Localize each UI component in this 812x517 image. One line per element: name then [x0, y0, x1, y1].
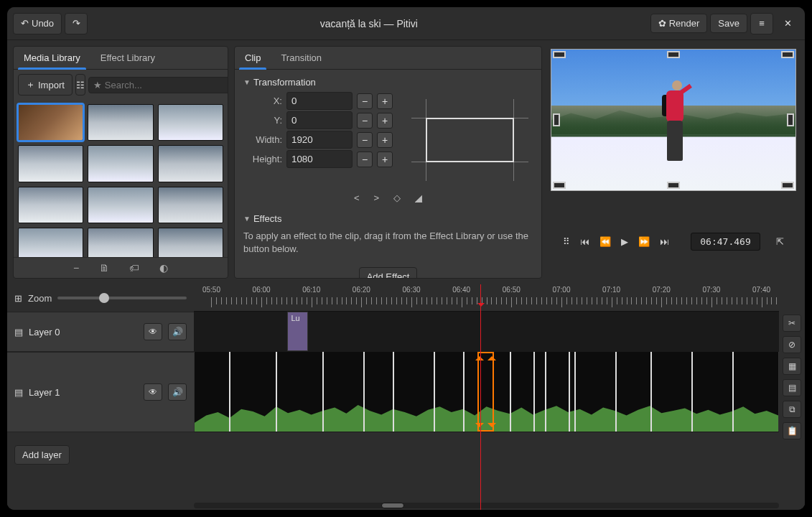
- x-input[interactable]: [286, 92, 353, 110]
- timeline-track-0[interactable]: Lu: [194, 312, 779, 352]
- resize-handle[interactable]: [781, 182, 794, 189]
- tab-transition[interactable]: Transition: [271, 47, 332, 69]
- effects-header[interactable]: ▼Effects: [243, 213, 533, 224]
- y-input[interactable]: [286, 111, 353, 129]
- tab-media-library[interactable]: Media Library: [14, 47, 90, 69]
- reset-keyframes-button[interactable]: ◢: [415, 192, 422, 203]
- timeline-horizontal-scrollbar[interactable]: [194, 503, 779, 508]
- timeline-ruler[interactable]: 05:5006:0006:1006:2006:3006:4006:5007:00…: [194, 284, 779, 312]
- tag-icon[interactable]: 🏷: [129, 262, 139, 274]
- plus-icon: ＋: [26, 78, 35, 91]
- ruler-time-label: 06:20: [353, 286, 370, 294]
- hamburger-menu-button[interactable]: ≡: [750, 13, 773, 34]
- timeline-track-1[interactable]: [194, 352, 779, 432]
- scrollbar-thumb[interactable]: [381, 503, 404, 508]
- group-tool[interactable]: ▦: [783, 358, 801, 375]
- redo-button[interactable]: ↷: [65, 13, 88, 34]
- media-thumbnail[interactable]: [18, 187, 83, 223]
- play-button[interactable]: ▶: [621, 236, 628, 247]
- timeline-tracks[interactable]: 05:5006:0006:1006:2006:3006:4006:5007:00…: [194, 284, 779, 510]
- resize-handle[interactable]: [553, 113, 560, 126]
- effects-hint-text: To apply an effect to the clip, drag it …: [243, 230, 533, 256]
- timeline-clip[interactable]: Lu: [287, 312, 308, 351]
- layer-audio-toggle[interactable]: 🔊: [168, 383, 187, 401]
- zoom-slider-knob[interactable]: [99, 293, 109, 303]
- grid-view-icon[interactable]: ⠿: [563, 236, 570, 247]
- layer-name: Layer 0: [29, 327, 138, 337]
- copy-tool[interactable]: ⧉: [783, 401, 801, 418]
- clip-properties-icon[interactable]: 🗎: [99, 262, 109, 274]
- width-input[interactable]: [286, 131, 353, 149]
- prev-keyframe-button[interactable]: <: [354, 192, 360, 203]
- ruler-time-label: 06:00: [253, 286, 271, 294]
- skip-start-button[interactable]: ⏮: [580, 236, 589, 247]
- transformation-header[interactable]: ▼Transformation: [243, 77, 533, 88]
- layer-header[interactable]: ▤ Layer 0 👁 🔊: [7, 312, 194, 352]
- x-label: X:: [243, 96, 282, 106]
- resize-handle[interactable]: [781, 51, 794, 58]
- remove-clip-icon[interactable]: −: [73, 262, 79, 274]
- media-thumbnail[interactable]: [88, 228, 153, 257]
- width-decrement-button[interactable]: −: [357, 132, 373, 148]
- y-decrement-button[interactable]: −: [357, 113, 373, 129]
- next-keyframe-button[interactable]: >: [374, 192, 380, 203]
- close-button[interactable]: ✕: [776, 13, 799, 34]
- rewind-button[interactable]: ⏪: [599, 236, 611, 247]
- resize-handle[interactable]: [787, 113, 794, 126]
- layer-audio-toggle[interactable]: 🔊: [168, 323, 187, 340]
- x-increment-button[interactable]: +: [377, 93, 393, 109]
- media-thumbnail[interactable]: [18, 104, 83, 141]
- render-button[interactable]: ✿Render: [650, 14, 708, 33]
- y-increment-button[interactable]: +: [377, 113, 393, 129]
- height-decrement-button[interactable]: −: [357, 152, 373, 167]
- width-increment-button[interactable]: +: [377, 132, 393, 148]
- fast-forward-button[interactable]: ⏩: [638, 236, 650, 247]
- cut-tool[interactable]: ✂: [783, 315, 801, 332]
- media-thumbnail[interactable]: [18, 228, 83, 257]
- layer-visibility-toggle[interactable]: 👁: [144, 323, 162, 340]
- toggle-keyframe-button[interactable]: ◇: [393, 192, 401, 203]
- height-increment-button[interactable]: +: [377, 152, 393, 167]
- height-input[interactable]: [286, 150, 353, 168]
- delete-tool[interactable]: ⊘: [783, 336, 801, 353]
- resize-handle[interactable]: [667, 182, 680, 189]
- ungroup-tool[interactable]: ▤: [783, 379, 801, 396]
- insert-end-icon[interactable]: ◐: [159, 262, 168, 274]
- media-thumbnail[interactable]: [158, 187, 223, 223]
- tab-clip[interactable]: Clip: [235, 47, 271, 69]
- import-button[interactable]: ＋Import: [18, 74, 73, 96]
- media-thumbnail[interactable]: [158, 228, 223, 257]
- zoom-label: Zoom: [28, 293, 52, 304]
- detach-viewer-button[interactable]: ⇱: [776, 236, 784, 247]
- media-thumbnail[interactable]: [88, 145, 153, 182]
- paste-tool[interactable]: 📋: [783, 422, 801, 439]
- resize-handle[interactable]: [553, 51, 566, 58]
- resize-handle[interactable]: [667, 51, 680, 58]
- zoom-slider[interactable]: [57, 297, 187, 299]
- view-mode-button[interactable]: ☷: [75, 74, 85, 96]
- x-decrement-button[interactable]: −: [357, 93, 373, 109]
- media-thumbnail[interactable]: [18, 145, 83, 182]
- media-thumbnail[interactable]: [158, 104, 223, 141]
- app-window: ↶Undo ↷ vacanță la ski — Pitivi ✿Render …: [7, 7, 805, 510]
- transform-preview-box[interactable]: [407, 93, 533, 187]
- undo-button[interactable]: ↶Undo: [13, 13, 62, 34]
- media-thumbnail[interactable]: [158, 145, 223, 182]
- skip-end-button[interactable]: ⏭: [660, 236, 669, 247]
- timecode-display[interactable]: 06:47.469: [691, 233, 760, 251]
- save-button[interactable]: Save: [710, 14, 747, 33]
- search-input[interactable]: [105, 80, 225, 90]
- tab-effect-library[interactable]: Effect Library: [90, 47, 165, 69]
- add-effect-button[interactable]: Add Effect: [359, 267, 418, 279]
- layer-menu-icon[interactable]: ▤: [14, 327, 23, 337]
- layer-header[interactable]: ▤ Layer 1 👁 🔊: [7, 352, 194, 432]
- add-layer-button[interactable]: Add layer: [14, 445, 70, 465]
- playhead[interactable]: [480, 284, 481, 510]
- resize-handle[interactable]: [553, 182, 566, 189]
- media-thumbnail[interactable]: [88, 104, 153, 141]
- layer-menu-icon[interactable]: ▤: [14, 387, 23, 398]
- search-field[interactable]: ★ ⌫: [88, 77, 228, 93]
- video-preview[interactable]: [551, 49, 796, 191]
- layer-visibility-toggle[interactable]: 👁: [144, 383, 162, 401]
- media-thumbnail[interactable]: [88, 187, 153, 223]
